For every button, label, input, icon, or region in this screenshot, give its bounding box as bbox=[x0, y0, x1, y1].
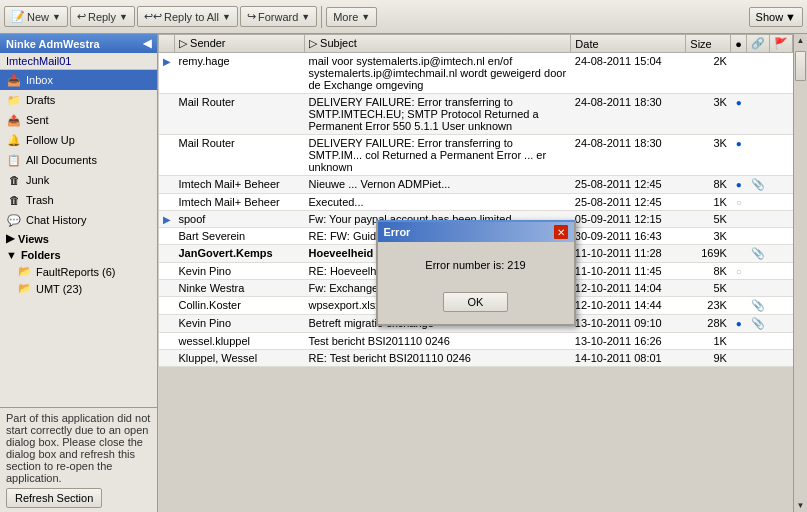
followup-label: Follow Up bbox=[26, 134, 75, 146]
views-label: Views bbox=[18, 233, 49, 245]
chathistory-label: Chat History bbox=[26, 214, 87, 226]
more-button[interactable]: More ▼ bbox=[326, 7, 377, 27]
sidebar-folder-umt[interactable]: 📂 UMT (23) bbox=[0, 280, 157, 297]
folders-label: Folders bbox=[21, 249, 61, 261]
right-scrollbar[interactable]: ▲ ▼ bbox=[793, 34, 807, 512]
sidebar-item-trash[interactable]: 🗑 Trash bbox=[0, 190, 157, 210]
sent-label: Sent bbox=[26, 114, 49, 126]
sent-icon: 📤 bbox=[6, 112, 22, 128]
sidebar-section-folders[interactable]: ▼ Folders bbox=[0, 247, 157, 263]
reply-all-button[interactable]: ↩↩ Reply to All ▼ bbox=[137, 6, 238, 27]
faultreports-label: FaultReports (6) bbox=[36, 266, 115, 278]
dialog-close-button[interactable]: ✕ bbox=[554, 225, 568, 239]
show-label: Show bbox=[756, 11, 784, 23]
dialog-content: Error number is: 219 bbox=[378, 242, 574, 288]
forward-icon: ↪ bbox=[247, 10, 256, 23]
scroll-thumb[interactable] bbox=[795, 51, 806, 81]
scroll-down-arrow[interactable]: ▼ bbox=[795, 499, 807, 512]
alldocs-icon: 📋 bbox=[6, 152, 22, 168]
sidebar-section-views[interactable]: ▶ Views bbox=[0, 230, 157, 247]
toolbar: 📝 New ▼ ↩ Reply ▼ ↩↩ Reply to All ▼ ↪ Fo… bbox=[0, 0, 807, 34]
umt-icon: 📂 bbox=[18, 282, 32, 295]
sidebar: Ninke AdmWestra ◀ ImtechMail01 📥 Inbox 📁… bbox=[0, 34, 158, 512]
dialog-ok-button[interactable]: OK bbox=[443, 292, 509, 312]
alldocs-label: All Documents bbox=[26, 154, 97, 166]
email-list: ▷ Sender ▷ Subject Date Size ● 🔗 🚩 bbox=[158, 34, 793, 512]
drafts-icon: 📁 bbox=[6, 92, 22, 108]
new-arrow-icon: ▼ bbox=[52, 12, 61, 22]
reply-button[interactable]: ↩ Reply ▼ bbox=[70, 6, 135, 27]
trash-icon: 🗑 bbox=[6, 192, 22, 208]
inbox-icon: 📥 bbox=[6, 72, 22, 88]
sidebar-item-chathistory[interactable]: 💬 Chat History bbox=[0, 210, 157, 230]
new-label: New bbox=[27, 11, 49, 23]
error-dialog-overlay: Error ✕ Error number is: 219 OK bbox=[158, 34, 793, 512]
error-dialog: Error ✕ Error number is: 219 OK bbox=[376, 220, 576, 326]
more-label: More bbox=[333, 11, 358, 23]
umt-label: UMT (23) bbox=[36, 283, 82, 295]
sidebar-bottom: Part of this application did not start c… bbox=[0, 407, 157, 512]
reply-all-arrow-icon: ▼ bbox=[222, 12, 231, 22]
dialog-ok-label: OK bbox=[468, 296, 484, 308]
content-area: Ninke AdmWestra ◀ ImtechMail01 📥 Inbox 📁… bbox=[0, 34, 807, 512]
more-arrow-icon: ▼ bbox=[361, 12, 370, 22]
trash-label: Trash bbox=[26, 194, 54, 206]
junk-icon: 🗑 bbox=[6, 172, 22, 188]
dialog-footer: OK bbox=[378, 288, 574, 324]
scroll-up-arrow[interactable]: ▲ bbox=[795, 34, 807, 47]
reply-icon: ↩ bbox=[77, 10, 86, 23]
show-button[interactable]: Show ▼ bbox=[749, 7, 803, 27]
account-label: ImtechMail01 bbox=[6, 55, 71, 67]
sidebar-item-junk[interactable]: 🗑 Junk bbox=[0, 170, 157, 190]
junk-label: Junk bbox=[26, 174, 49, 186]
reply-label: Reply bbox=[88, 11, 116, 23]
scroll-track[interactable] bbox=[794, 47, 807, 499]
toolbar-separator-1 bbox=[321, 6, 322, 28]
sidebar-items: 📥 Inbox 📁 Drafts 📤 Sent 🔔 Follow Up 📋 bbox=[0, 70, 157, 407]
show-arrow-icon: ▼ bbox=[785, 11, 796, 23]
refresh-section-button[interactable]: Refresh Section bbox=[6, 488, 102, 508]
new-button[interactable]: 📝 New ▼ bbox=[4, 6, 68, 27]
main-container: 📝 New ▼ ↩ Reply ▼ ↩↩ Reply to All ▼ ↪ Fo… bbox=[0, 0, 807, 512]
faultreports-icon: 📂 bbox=[18, 265, 32, 278]
sidebar-item-alldocs[interactable]: 📋 All Documents bbox=[0, 150, 157, 170]
sidebar-collapse-icon[interactable]: ◀ bbox=[143, 37, 151, 50]
views-expand-icon: ▶ bbox=[6, 232, 14, 245]
new-icon: 📝 bbox=[11, 10, 25, 23]
sidebar-title: Ninke AdmWestra bbox=[6, 38, 100, 50]
inbox-label: Inbox bbox=[26, 74, 53, 86]
dialog-title: Error bbox=[384, 226, 411, 238]
forward-button[interactable]: ↪ Forward ▼ bbox=[240, 6, 317, 27]
drafts-label: Drafts bbox=[26, 94, 55, 106]
reply-all-label: Reply to All bbox=[164, 11, 219, 23]
followup-icon: 🔔 bbox=[6, 132, 22, 148]
refresh-label: Refresh Section bbox=[15, 492, 93, 504]
dialog-titlebar: Error ✕ bbox=[378, 222, 574, 242]
sidebar-account: ImtechMail01 bbox=[0, 53, 157, 70]
chathistory-icon: 💬 bbox=[6, 212, 22, 228]
forward-label: Forward bbox=[258, 11, 298, 23]
reply-all-icon: ↩↩ bbox=[144, 10, 162, 23]
sidebar-bottom-text: Part of this application did not start c… bbox=[6, 412, 151, 484]
sidebar-item-followup[interactable]: 🔔 Follow Up bbox=[0, 130, 157, 150]
forward-arrow-icon: ▼ bbox=[301, 12, 310, 22]
reply-arrow-icon: ▼ bbox=[119, 12, 128, 22]
folders-expand-icon: ▼ bbox=[6, 249, 17, 261]
dialog-message: Error number is: 219 bbox=[425, 259, 525, 271]
sidebar-header: Ninke AdmWestra ◀ bbox=[0, 34, 157, 53]
sidebar-item-drafts[interactable]: 📁 Drafts bbox=[0, 90, 157, 110]
sidebar-folder-faultreports[interactable]: 📂 FaultReports (6) bbox=[0, 263, 157, 280]
sidebar-item-inbox[interactable]: 📥 Inbox bbox=[0, 70, 157, 90]
sidebar-item-sent[interactable]: 📤 Sent bbox=[0, 110, 157, 130]
